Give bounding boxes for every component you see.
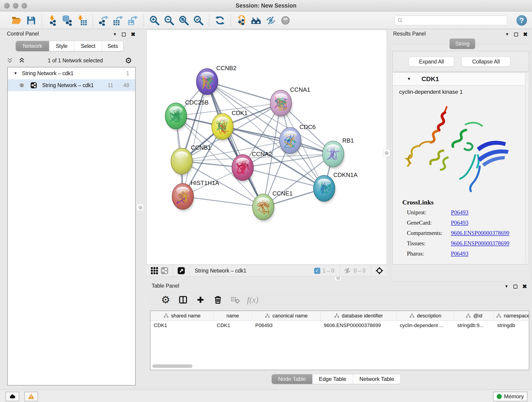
left-splitter-grip[interactable] (137, 204, 144, 211)
warnings-button[interactable] (24, 392, 38, 401)
tab-edge-table[interactable]: Edge Table (312, 374, 353, 384)
export-table-button[interactable] (111, 14, 126, 27)
function-builder-button[interactable]: f(x) (244, 293, 261, 306)
column-header-description[interactable]: description (397, 311, 454, 320)
open-view-button[interactable] (176, 266, 186, 275)
column-label: @id (473, 313, 482, 319)
zoom-fit-button[interactable] (177, 14, 191, 27)
clone-network-button[interactable] (234, 14, 249, 27)
network-node-CDKN1A[interactable]: CDKN1A (313, 172, 358, 204)
crosslink-label: Tissues: (407, 240, 425, 246)
export-image-button[interactable] (126, 14, 140, 27)
tree-expand-icon[interactable]: ▼ (14, 71, 17, 75)
column-header-shared-name[interactable]: shared name (151, 311, 214, 320)
tab-node-table[interactable]: Node Table (272, 374, 312, 384)
network-canvas[interactable]: CCNB2 CCNA1 CDC25B CDK1 CDC6 RB1 CCNB1 C… (147, 30, 387, 265)
zoom-in-button[interactable] (147, 14, 162, 27)
expand-all-icon[interactable] (6, 57, 14, 64)
control-panel-float-icon[interactable] (122, 32, 126, 36)
column-header-canonical-name[interactable]: canonical name (252, 311, 321, 320)
show-columns-button[interactable] (174, 293, 192, 306)
zoom-in-icon (149, 15, 160, 26)
search-field[interactable] (394, 16, 507, 25)
hidden-nodes-count: 0 – 0 (354, 268, 365, 274)
tab-select[interactable]: Select (74, 41, 102, 51)
network-node-RB1[interactable]: RB1 (322, 137, 354, 169)
node-table: shared namenamecanonical namedatabase id… (150, 311, 529, 370)
tab-sets[interactable]: Sets (102, 41, 123, 51)
crosslink-link[interactable]: P06493 (451, 209, 468, 216)
eye-orb-button[interactable] (278, 14, 293, 27)
memory-button[interactable]: Memory (493, 392, 527, 401)
zoom-out-button[interactable] (162, 14, 177, 27)
results-panel-menu-icon[interactable]: ▼ (505, 32, 509, 37)
network-node-CDC25B[interactable]: CDC25B (165, 99, 209, 131)
results-panel-float-icon[interactable] (514, 32, 518, 36)
string-home-button[interactable] (249, 14, 264, 27)
table-settings-button[interactable]: ⚙ (157, 293, 174, 306)
column-type-icon (409, 313, 415, 319)
expand-all-button[interactable]: Expand All (409, 57, 454, 67)
column-header-@id[interactable]: @id (454, 311, 494, 320)
collapse-all-button[interactable]: Collapse All (462, 57, 510, 67)
tab-network-table[interactable]: Network Table (353, 374, 401, 384)
network-tree-row[interactable]: String Network – cdk1 11 48 (8, 79, 135, 91)
crosslink-row: Uniprot:P06493 (407, 209, 521, 220)
control-panel-close-icon[interactable]: ✖ (131, 31, 135, 38)
fit-selected-button[interactable] (374, 266, 385, 275)
delete-column-button[interactable] (209, 293, 227, 306)
refresh-button[interactable] (213, 14, 227, 27)
import-table-file-button[interactable] (75, 14, 89, 27)
network-node-CCNA1[interactable]: CCNA1 (270, 86, 310, 118)
zoom-selected-button[interactable] (191, 14, 206, 27)
right-splitter-grip[interactable] (383, 149, 390, 156)
import-network-database-button[interactable] (60, 14, 75, 27)
table-cell: CDK1 (151, 321, 214, 330)
results-scrollbar[interactable] (525, 73, 528, 264)
selected-nodes-checkbox[interactable]: ✓ (314, 268, 320, 274)
network-tree-row[interactable]: ▼ String Network – cdk1 1 (8, 67, 135, 79)
import-network-file-button[interactable] (45, 14, 60, 27)
table-panel-float-icon[interactable] (513, 285, 517, 288)
network-node-CDC6[interactable]: CDC6 (279, 123, 316, 156)
hidden-eye-icon[interactable] (343, 267, 351, 274)
table-hscrollbar[interactable] (152, 364, 192, 368)
node-label: CCNA2 (252, 151, 272, 157)
control-panel-menu-icon[interactable]: ▼ (113, 32, 117, 37)
network-node-CCNB2[interactable]: CCNB2 (196, 65, 236, 97)
export-network-button[interactable] (96, 14, 111, 27)
crosslink-link[interactable]: 9606.ENSP00000378699 (451, 230, 509, 236)
table-panel-close-icon[interactable]: ✖ (522, 283, 527, 290)
table-row[interactable]: CDK1CDK1P064939606.ENSP00000378699cyclin… (151, 321, 529, 330)
save-session-button[interactable] (24, 14, 38, 27)
add-column-button[interactable] (192, 293, 209, 306)
zoom-selected-icon (193, 15, 204, 26)
tab-network[interactable]: Network (16, 41, 49, 51)
help-button[interactable]: ? (516, 15, 527, 26)
gene-collapse-icon[interactable]: ▼ (407, 77, 411, 81)
tab-style[interactable]: Style (49, 41, 74, 51)
collapse-all-icon[interactable] (18, 57, 26, 64)
results-panel-close-icon[interactable]: ✖ (523, 31, 528, 38)
crosslink-link[interactable]: P06493 (451, 250, 468, 257)
network-node-CCNE1[interactable]: CCNE1 (253, 190, 293, 222)
network-share-button[interactable] (159, 266, 170, 275)
delete-table-button[interactable] (227, 293, 244, 306)
crosslink-link[interactable]: P06493 (451, 220, 468, 226)
network-options-gear-icon[interactable]: ⚙ (125, 57, 132, 64)
search-input[interactable] (405, 17, 507, 23)
node-label: CDK1 (232, 109, 247, 116)
open-session-button[interactable] (9, 14, 24, 27)
column-header-name[interactable]: name (214, 311, 252, 320)
window-title: Session: New Session (0, 2, 532, 9)
crosslink-link[interactable]: 9606.ENSP00000378699 (451, 240, 509, 247)
table-panel-menu-icon[interactable]: ▼ (505, 284, 508, 289)
column-header-database-identifier[interactable]: database identifier (321, 311, 397, 320)
cloud-button[interactable] (6, 392, 19, 401)
hide-panels-button[interactable] (264, 14, 278, 27)
column-header-namespace[interactable]: namespace (494, 311, 529, 320)
gene-section-header[interactable]: ▼ CDK1 (393, 73, 529, 85)
tab-string[interactable]: String (450, 38, 475, 49)
network-node-HIST1H1A[interactable]: HIST1H1A (172, 179, 219, 211)
birdseye-grid-button[interactable] (149, 266, 159, 275)
